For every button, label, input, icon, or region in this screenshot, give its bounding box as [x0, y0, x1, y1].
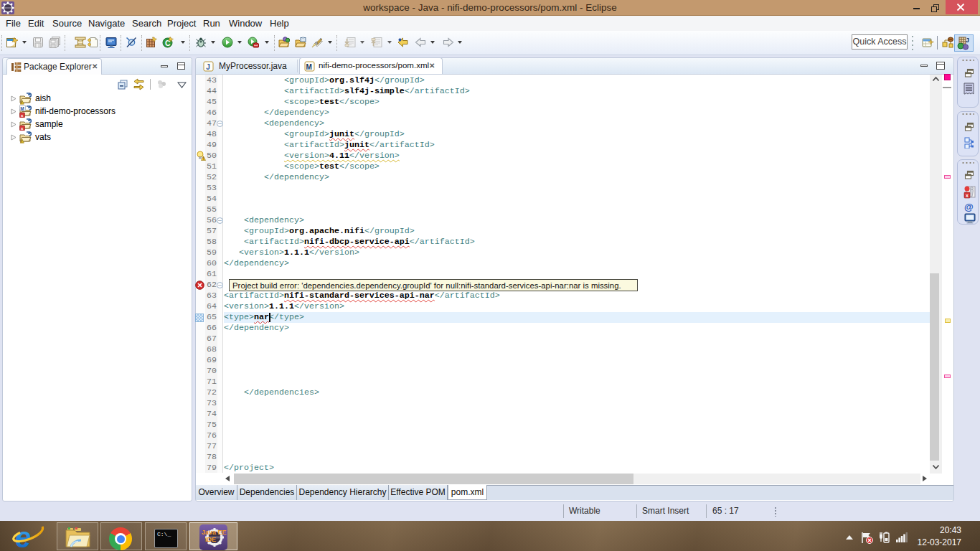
svg-text:Java EE: Java EE [202, 529, 227, 536]
svg-text:e: e [15, 522, 31, 551]
svg-text:IDE: IDE [205, 536, 216, 543]
